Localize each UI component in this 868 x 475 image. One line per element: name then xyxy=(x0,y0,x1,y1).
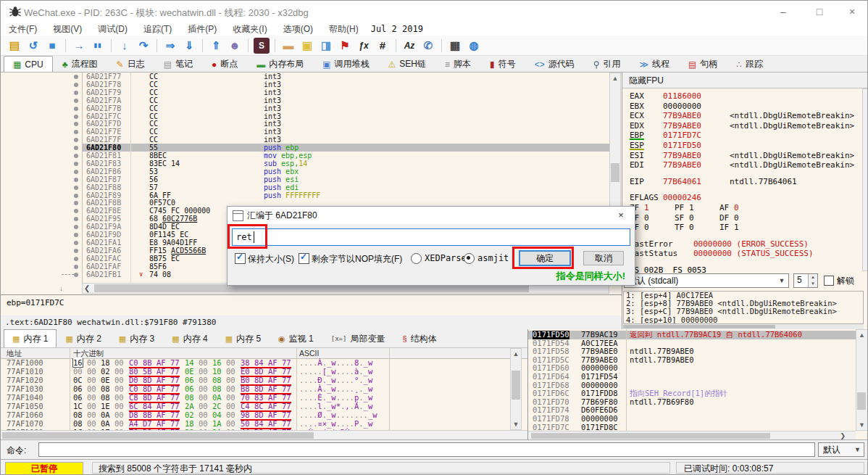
breakpoint-dot-icon[interactable] xyxy=(74,170,78,174)
breakpoint-dot-icon[interactable] xyxy=(74,107,78,111)
stack-vertical-scrollbar[interactable]: ▲ ▼ xyxy=(856,329,868,431)
tab-脚本[interactable]: ≡脚本 xyxy=(435,56,480,72)
menu-item[interactable]: 文件(F) xyxy=(1,23,45,36)
tab-断点[interactable]: ●断点 xyxy=(202,56,247,72)
disasm-row[interactable]: 6AD21F8756push esi xyxy=(1,175,609,183)
tab-监视 1[interactable]: ◉监视 1 xyxy=(270,329,322,347)
breakpoint-dot-icon[interactable] xyxy=(74,75,78,79)
scylla-icon[interactable]: S xyxy=(254,38,270,54)
dump-horizontal-scrollbar[interactable] xyxy=(1,430,527,440)
breakpoint-dot-icon[interactable] xyxy=(74,209,78,213)
dump-row[interactable]: 77AF107008 00 0A 00A4 D7 AF 7718 00 1A 0… xyxy=(1,419,508,428)
args-horizontal-scrollbar[interactable] xyxy=(623,324,864,329)
patches-icon[interactable]: ▬ xyxy=(280,38,296,54)
execute-till-return-icon[interactable]: ⇒ xyxy=(162,38,178,54)
unlock-checkbox[interactable] xyxy=(824,276,834,286)
step-over-icon[interactable]: ↷ xyxy=(135,38,151,54)
dialog-title-bar[interactable]: 汇编于 6AD21F80 × xyxy=(228,207,635,224)
menu-item[interactable]: 帮助(H) xyxy=(321,23,367,36)
register-line[interactable]: EDX77B9ABE0<ntdll.DbgUiRemoteBreakin> xyxy=(630,121,861,131)
restart-icon[interactable]: ↺ xyxy=(25,38,41,54)
cancel-button[interactable]: 取消 xyxy=(583,251,624,265)
labels-icon[interactable]: ◨ xyxy=(318,38,334,54)
tab-内存布局[interactable]: ▬内存布局 xyxy=(247,56,313,72)
tab-笔记[interactable]: ▤笔记 xyxy=(154,56,202,72)
calling-convention-select[interactable]: 默认 (stdcall) ▼ xyxy=(624,273,789,288)
tab-流程图[interactable]: ♣流程图 xyxy=(53,56,107,72)
step-into-icon[interactable]: ↓ xyxy=(117,38,133,54)
menu-item[interactable]: 调试(D) xyxy=(90,23,135,36)
az-icon[interactable]: Az xyxy=(401,38,417,54)
register-line[interactable]: ZF 1PF 1AF 0 xyxy=(630,203,861,213)
attach-icon[interactable]: ☻ xyxy=(227,38,243,54)
disasm-row[interactable]: 6AD21F8055push ebp xyxy=(1,144,609,152)
disasm-row[interactable]: 6AD21F8383EC 14sub esp,14 xyxy=(1,160,609,168)
disasm-row[interactable]: 6AD21F7BCCint3 xyxy=(1,104,609,112)
comments-icon[interactable]: ▣ xyxy=(299,38,315,54)
tab-引用[interactable]: ⚲引用 xyxy=(584,56,630,72)
fill-nop-checkbox[interactable]: ✓ xyxy=(299,253,309,264)
open-file-icon[interactable]: ▤ xyxy=(7,38,22,54)
hash-icon[interactable]: # xyxy=(375,38,391,54)
register-line[interactable]: LastError00000000 (ERROR_SUCCESS) xyxy=(630,239,861,249)
disasm-row[interactable]: 6AD21F818BECmov ebp,esp xyxy=(1,152,609,160)
breakpoint-dot-icon[interactable] xyxy=(74,186,78,190)
breakpoint-dot-icon[interactable] xyxy=(74,217,78,221)
tab-日志[interactable]: ✎日志 xyxy=(107,56,154,72)
menu-item[interactable]: 选项(O) xyxy=(275,23,321,36)
breakpoint-dot-icon[interactable] xyxy=(74,130,78,134)
assemble-instruction-input[interactable]: ret xyxy=(232,228,630,246)
tab-内存 3[interactable]: ▦内存 3 xyxy=(110,329,163,347)
call-argument-row[interactable]: 4: [esp+10] 00000000 xyxy=(624,316,863,324)
tab-结构体[interactable]: §结构体 xyxy=(393,329,445,347)
register-line[interactable]: CF 0TF 0IF 1 xyxy=(630,223,861,233)
run-to-user-code-icon[interactable]: ⇑ xyxy=(208,38,224,54)
dump-row[interactable]: 77AF106008 00 0A 00D8 8B AF 7702 00 04 0… xyxy=(1,410,508,419)
tab-内存 5[interactable]: ▦内存 5 xyxy=(217,329,270,347)
breakpoint-dot-icon[interactable] xyxy=(74,257,78,261)
breakpoint-dot-icon[interactable] xyxy=(74,154,78,158)
dump-row[interactable]: 77AF103006 00 08 00C0 8D AF 7706 00 08 0… xyxy=(1,384,508,393)
tab-调用堆栈[interactable]: ▣调用堆栈 xyxy=(313,56,378,72)
register-line[interactable]: EIP77B64061ntdll.77B64061 xyxy=(630,177,861,187)
tab-CPU[interactable]: ▦CPU xyxy=(4,56,53,72)
disasm-row[interactable]: 6AD21F7CCCint3 xyxy=(1,112,609,120)
argument-count-stepper[interactable]: 5 ▲▼ xyxy=(793,273,818,288)
stack-row[interactable]: 0171FD640171FD54 xyxy=(528,373,856,381)
phone-icon[interactable]: ✆ xyxy=(420,38,436,54)
disasm-row[interactable]: 6AD21F7DCCint3 xyxy=(1,120,609,128)
disasm-row[interactable]: 6AD21F78CCint3 xyxy=(1,80,609,88)
close-button[interactable]: × xyxy=(835,1,868,22)
register-line[interactable]: ESP0171FD50 xyxy=(630,141,861,151)
menu-item[interactable]: 插件(P) xyxy=(180,23,225,36)
run-icon[interactable]: → xyxy=(71,38,87,54)
breakpoint-dot-icon[interactable] xyxy=(74,83,78,87)
breakpoint-dot-icon[interactable] xyxy=(74,99,78,103)
register-line[interactable]: EDI77B9ABE0<ntdll.DbgUiRemoteBreakin> xyxy=(630,160,861,170)
stack-row[interactable]: 0171FD5077B9AC19返回到 ntdll.77B9AC19 自 ntd… xyxy=(528,331,856,339)
stop-icon[interactable]: ■ xyxy=(44,38,60,54)
register-line[interactable]: EFLAGS00000246 xyxy=(630,193,861,203)
maximize-button[interactable]: □ xyxy=(803,1,836,22)
breakpoint-dot-icon[interactable] xyxy=(74,194,78,198)
keep-size-checkbox[interactable]: ✓ xyxy=(235,253,246,264)
dialog-close-icon[interactable]: × xyxy=(614,209,627,222)
breakpoint-dot-icon[interactable] xyxy=(74,201,78,205)
disasm-row[interactable]: 6AD21F8653push ebx xyxy=(1,168,609,175)
register-line[interactable]: ECX77B9ABE0<ntdll.DbgUiRemoteBreakin> xyxy=(630,111,861,121)
tab-跟踪[interactable]: ∴跟踪 xyxy=(727,56,772,72)
dump-row[interactable]: 77AF104006 00 08 00C8 8D AF 7708 00 0A 0… xyxy=(1,393,508,402)
breakpoint-dot-icon[interactable] xyxy=(74,178,78,182)
register-line[interactable]: EAX01186000 xyxy=(630,91,861,102)
register-line[interactable]: OF 0SF 0DF 0 xyxy=(630,213,861,223)
build-date-menu-item[interactable]: Jul 2 2019 xyxy=(367,24,427,34)
tab-内存 1[interactable]: ▦内存 1 xyxy=(4,329,57,347)
breakpoint-dot-icon[interactable] xyxy=(74,122,78,126)
command-input[interactable] xyxy=(38,442,815,457)
dump-row[interactable]: 77AF100016 00 18 00C0 8B AF 7714 00 16 0… xyxy=(1,358,508,367)
register-line[interactable]: EBP0171FD7C xyxy=(630,131,861,141)
tab-源代码[interactable]: <>源代码 xyxy=(525,56,584,72)
stack-row[interactable]: 0171FD5C77B9ABE0ntdll.77B9ABE0 xyxy=(528,356,856,365)
disasm-row[interactable]: 6AD21F77CCint3 xyxy=(1,73,609,80)
xedparse-radio[interactable] xyxy=(411,253,422,264)
